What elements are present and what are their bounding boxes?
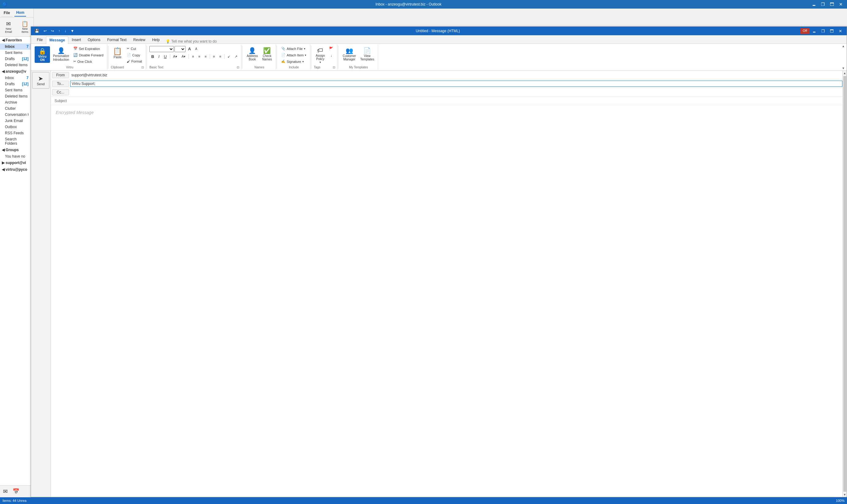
font-size-select[interactable] — [175, 46, 185, 52]
compose-up-btn[interactable]: ↑ — [57, 28, 61, 34]
sidebar-item-deleted[interactable]: Deleted Items — [0, 93, 33, 99]
to-button[interactable]: To... — [52, 80, 69, 87]
signature-button[interactable]: ✍ Signature ▾ — [280, 58, 306, 65]
tab-help[interactable]: Help — [149, 36, 163, 43]
maximize-button[interactable]: 🗖 — [828, 1, 836, 7]
sidebar-item-sent[interactable]: Sent Items — [0, 87, 33, 93]
check-names-button[interactable]: ✅ CheckNames — [260, 46, 274, 62]
basic-text-expand-icon[interactable]: ⊡ — [237, 66, 239, 69]
tab-file[interactable]: File — [33, 36, 46, 43]
bold-button[interactable]: B — [149, 53, 156, 60]
paste-button[interactable]: 📋 Paste — [111, 46, 124, 60]
grow-font-button[interactable]: A — [186, 46, 193, 52]
sidebar-item-inbox[interactable]: Inbox 7 — [0, 75, 33, 81]
from-button[interactable]: From — [52, 72, 69, 78]
one-click-button[interactable]: ✂ One Click — [71, 58, 105, 65]
to-field[interactable] — [70, 80, 842, 87]
compose-save-btn[interactable]: 💾 — [33, 28, 40, 34]
compose-close-btn[interactable]: ✕ — [836, 28, 844, 34]
new-email-button[interactable]: ✉ New Email — [1, 19, 16, 35]
tags-expand-icon[interactable]: ⊡ — [333, 66, 335, 69]
ribbon-up-arrow[interactable]: ▲ — [842, 44, 845, 48]
sidebar-item-conversation[interactable]: Conversation H — [0, 112, 33, 118]
account-header[interactable]: ◀ anzeogu@v — [0, 68, 33, 75]
underline-button[interactable]: U — [162, 53, 168, 60]
copy-button[interactable]: 📄 Copy — [125, 52, 144, 58]
bullets-button[interactable]: ≡ — [211, 54, 217, 59]
compose-redo-btn[interactable]: ↪ — [50, 28, 55, 34]
numbering-button[interactable]: ≡ — [217, 54, 223, 59]
close-button[interactable]: ✕ — [837, 1, 845, 7]
cut-button[interactable]: ✂ Cut — [125, 46, 144, 52]
virtru-on-button[interactable]: 🔒 Virtru ON — [35, 46, 50, 63]
shrink-font-button[interactable]: A — [194, 46, 199, 52]
flag-button[interactable]: 🚩 — [327, 46, 335, 52]
tell-me-input[interactable] — [172, 39, 227, 43]
sidebar-item-archive[interactable]: Archive — [0, 99, 33, 106]
sidebar-item-junk[interactable]: Junk Email — [0, 118, 33, 124]
scroll-up-btn[interactable]: ▲ — [843, 71, 847, 75]
sidebar-item-sent-favorites[interactable]: Sent Items — [0, 50, 33, 56]
tab-review[interactable]: Review — [130, 36, 149, 43]
send-button[interactable]: ➤ Send — [32, 72, 49, 89]
tab-format-text[interactable]: Format Text — [104, 36, 130, 43]
view-templates-button[interactable]: 📄 ViewTemplates — [359, 46, 376, 62]
support-account-header[interactable]: ▶ support@vi — [0, 159, 33, 166]
email-body[interactable]: Encrypted Message — [51, 105, 842, 497]
font-color-button[interactable]: A▾ — [180, 54, 187, 59]
sidebar-item-search[interactable]: Search Folders — [0, 136, 33, 146]
compose-undo-btn[interactable]: ↩ — [42, 28, 48, 34]
sidebar-file-tab[interactable]: File — [1, 10, 13, 17]
decrease-indent-button[interactable]: ↙ — [226, 54, 232, 59]
groups-header[interactable]: ◀ Groups — [0, 146, 33, 153]
minimize-button[interactable]: 🗕 — [810, 1, 818, 7]
disable-forward-button[interactable]: 🔄 Disable Forward — [71, 52, 105, 58]
sidebar-item-drafts[interactable]: Drafts [12] — [0, 81, 33, 87]
ribbon-down-arrow[interactable]: ▼ — [842, 67, 845, 70]
mail-nav-button[interactable]: ✉ — [1, 487, 10, 496]
format-painter-button[interactable]: 🖌 Format — [125, 58, 144, 64]
off-badge[interactable]: Off — [800, 28, 810, 34]
compose-down-btn[interactable]: ↓ — [63, 28, 68, 34]
calendar-nav-button[interactable]: 📅 — [11, 487, 21, 496]
compose-restore-btn[interactable]: ❐ — [819, 28, 827, 34]
compose-minimize-btn[interactable]: 🗕 — [810, 28, 818, 34]
increase-indent-button[interactable]: ↗ — [233, 54, 239, 59]
italic-button[interactable]: I — [157, 53, 162, 60]
address-book-button[interactable]: 👤 AddressBook — [245, 46, 260, 62]
restore-button[interactable]: ❐ — [819, 1, 827, 7]
sidebar-item-outbox[interactable]: Outbox — [0, 124, 33, 130]
personalize-intro-button[interactable]: 👤 PersonalizeIntroduction — [51, 46, 71, 63]
align-center-button[interactable]: ≡ — [197, 54, 202, 59]
compose-maximize-btn[interactable]: 🗖 — [828, 28, 836, 34]
right-scrollbar[interactable]: ▲ ▼ — [842, 71, 847, 497]
scroll-track[interactable] — [843, 76, 846, 492]
cc-button[interactable]: Cc... — [52, 89, 69, 95]
customer-manager-button[interactable]: 👥 CustomerManager — [341, 46, 358, 62]
favorites-header[interactable]: ◀ Favorites — [0, 37, 33, 43]
scroll-down-btn[interactable]: ▼ — [843, 492, 847, 497]
assign-policy-button[interactable]: 🏷 AssignPolicy ▾ — [314, 46, 327, 65]
set-expiration-button[interactable]: 📅 Set Expiration — [71, 46, 105, 52]
virtru-account-header[interactable]: ◀ virtru@pyco — [0, 166, 33, 173]
compose-more-btn[interactable]: ▼ — [69, 28, 75, 34]
sidebar-home-tab[interactable]: Hom — [14, 9, 26, 17]
tab-message[interactable]: Message — [46, 36, 68, 44]
sidebar-item-deleted-favorites[interactable]: Deleted Items — [0, 62, 33, 68]
highlight-button[interactable]: A▾ — [172, 54, 179, 59]
tab-insert[interactable]: Insert — [68, 36, 84, 43]
font-name-select[interactable] — [149, 46, 174, 52]
sidebar-item-clutter[interactable]: Clutter — [0, 106, 33, 112]
attach-item-button[interactable]: 📄 Attach Item ▾ — [280, 52, 308, 58]
sidebar-item-rss[interactable]: RSS Feeds — [0, 130, 33, 136]
tab-options[interactable]: Options — [84, 36, 104, 43]
attach-file-button[interactable]: 📎 Attach File ▾ — [280, 46, 307, 52]
tags-down-button[interactable]: ↓ — [329, 53, 334, 58]
align-left-button[interactable]: ≡ — [190, 54, 196, 59]
sidebar-item-drafts-favorites[interactable]: Drafts [12] — [0, 56, 33, 62]
clipboard-expand-icon[interactable]: ⊡ — [141, 66, 144, 69]
sidebar-item-inbox-favorites[interactable]: Inbox 7 — [0, 43, 33, 50]
align-right-button[interactable]: ≡ — [203, 54, 208, 59]
new-items-button[interactable]: 📋 New Items — [18, 19, 32, 35]
cc-field[interactable] — [70, 90, 842, 95]
